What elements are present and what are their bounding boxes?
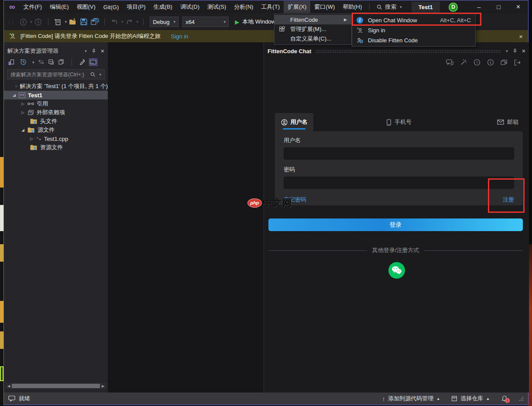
panel-close-icon[interactable]: × (101, 48, 104, 55)
tab-phone[interactable]: 手机号 (386, 113, 412, 131)
menu-tools[interactable]: 工具(T) (257, 1, 284, 13)
switch-views-icon[interactable] (38, 59, 45, 65)
redo-icon[interactable] (125, 16, 134, 27)
solution-node[interactable]: 解决方案 'Test1' (1 个项目, 共 1 个) (4, 82, 108, 91)
chevron-down-icon[interactable]: ▾ (85, 49, 87, 53)
tree-row-external-dependencies[interactable]: ▷ 外部依赖项 (4, 108, 108, 117)
infobar-close-icon[interactable]: × (519, 33, 523, 40)
undo-icon[interactable] (110, 16, 119, 27)
pin-icon[interactable] (91, 48, 96, 54)
tree-row-references[interactable]: ▷ 引用 (4, 99, 108, 108)
toolbar-grip[interactable]: ⋮⋮ (7, 20, 14, 24)
login-button[interactable]: 登录 (268, 218, 523, 231)
collapse-expander-icon[interactable]: ◢ (13, 93, 19, 97)
new-project-icon[interactable] (53, 16, 63, 27)
info-icon[interactable] (487, 59, 494, 66)
menu-view[interactable]: 视图(V) (73, 1, 100, 13)
menu-item-manage-extensions[interactable]: 管理扩展(M)... (275, 24, 351, 34)
chat-icon[interactable] (446, 59, 453, 66)
scrollbar-thumb[interactable] (12, 384, 100, 388)
horizontal-scrollbar[interactable]: ◀ ▶ (6, 383, 106, 389)
close-window-icon[interactable] (501, 59, 508, 66)
solution-platform-dropdown[interactable]: x64 ▾ (182, 17, 229, 27)
account-avatar[interactable]: D (449, 3, 458, 12)
menu-item-disable-fitten-code[interactable]: Disable Fitten Code (352, 35, 475, 45)
menu-item-customize-menu[interactable]: 自定义菜单(C)... (275, 34, 351, 44)
collapse-expander-icon[interactable]: ◢ (21, 128, 27, 132)
expand-expander-icon[interactable]: ▷ (30, 136, 36, 141)
collapse-all-icon[interactable] (48, 59, 55, 65)
select-repository-button[interactable]: 选择仓库 ▲ (451, 395, 490, 403)
chevron-down-icon[interactable]: ▾ (506, 49, 508, 53)
pending-changes-filter-icon[interactable] (18, 59, 28, 65)
panel-close-icon[interactable]: × (522, 48, 525, 55)
menu-help[interactable]: 帮助(H) (339, 1, 366, 13)
save-icon[interactable] (79, 16, 89, 27)
infobar-sign-in-link[interactable]: Sign in (171, 33, 189, 40)
menu-item-open-chat-window[interactable]: i Open Chat Window Alt+C, Alt+C (352, 15, 475, 25)
menu-extensions[interactable]: 扩展(X) (284, 1, 310, 13)
preview-selected-items-icon[interactable] (89, 58, 97, 66)
register-link[interactable]: 注册 (503, 196, 514, 204)
expand-expander-icon[interactable]: ▷ (21, 110, 27, 115)
tab-label: 邮箱 (507, 118, 518, 126)
chat-toolbar: ? (446, 59, 521, 66)
scroll-right-icon[interactable]: ▶ (100, 384, 106, 388)
wechat-login-button[interactable] (388, 262, 405, 279)
menu-test[interactable]: 测试(S) (203, 1, 230, 13)
tree-row-source-file[interactable]: ▷ ⁺₊ Test1.cpp (4, 134, 108, 143)
cpp-file-icon: ⁺₊ (36, 136, 41, 142)
properties-icon[interactable] (79, 59, 86, 65)
menu-item-sign-in[interactable]: Sign in (352, 25, 475, 35)
username-input[interactable] (284, 147, 514, 160)
chevron-down-icon[interactable]: ▾ (121, 20, 124, 24)
tree-row-project[interactable]: ◢ ++ Test1 (4, 91, 108, 99)
solution-explorer-search[interactable]: ▾ (7, 69, 105, 79)
chevron-down-icon[interactable]: ▾ (32, 60, 34, 65)
navigate-forward-icon[interactable] (34, 16, 43, 27)
menu-project[interactable]: 项目(P) (123, 1, 149, 13)
tree-row-resource-files[interactable]: 资源文件 (4, 143, 108, 152)
arrow-up-icon: ↑ (382, 396, 385, 402)
sync-with-active-document-icon[interactable] (7, 59, 15, 66)
menu-edit[interactable]: 编辑(E) (46, 1, 72, 13)
maximize-button[interactable]: □ (489, 0, 508, 14)
solution-search-input[interactable] (10, 72, 88, 78)
chevron-down-icon[interactable]: ▾ (65, 20, 67, 24)
show-all-files-icon[interactable] (58, 59, 65, 65)
add-to-source-control-button[interactable]: ↑ 添加到源代码管理 ▲ (382, 395, 440, 403)
navigate-back-icon[interactable] (18, 16, 28, 27)
tab-email[interactable]: 邮箱 (497, 113, 518, 131)
menu-item-fittencode[interactable]: FittenCode ▶ (275, 15, 351, 24)
magic-wand-icon[interactable] (460, 59, 467, 66)
menu-file[interactable]: 文件(F) (20, 1, 46, 13)
menu-window[interactable]: 窗口(W) (310, 1, 339, 13)
notifications-button[interactable]: 1 (501, 395, 508, 402)
scroll-left-icon[interactable]: ◀ (6, 384, 12, 388)
expand-expander-icon[interactable]: ▷ (21, 102, 27, 106)
close-button[interactable]: × (508, 0, 528, 14)
sign-out-icon[interactable] (514, 59, 521, 66)
chevron-down-icon[interactable]: ▾ (30, 20, 32, 24)
solution-configuration-dropdown[interactable]: Debug ▾ (150, 17, 178, 27)
menu-debug[interactable]: 调试(D) (176, 1, 203, 13)
watermark-text: 中文网 (263, 197, 292, 209)
help-icon[interactable]: ? (474, 59, 481, 66)
minimize-button[interactable]: – (469, 0, 489, 14)
tree-row-source-files[interactable]: ◢ 源文件 (4, 126, 108, 134)
password-input[interactable] (284, 177, 514, 189)
menu-item-label: 自定义菜单(C)... (290, 35, 347, 43)
submenu-arrow-icon: ▶ (344, 17, 347, 22)
save-all-icon[interactable] (90, 16, 100, 27)
menu-analyze[interactable]: 分析(N) (230, 1, 257, 13)
tab-username[interactable]: 用户名 (275, 113, 313, 131)
menu-build[interactable]: 生成(B) (150, 1, 176, 13)
search-box[interactable]: 搜索 ▾ (373, 3, 405, 11)
pin-icon[interactable] (512, 48, 518, 54)
message-icon[interactable] (8, 396, 15, 402)
resize-grip[interactable] (519, 396, 524, 401)
menu-git[interactable]: Git(G) (100, 2, 123, 13)
tree-row-header-files[interactable]: 头文件 (4, 117, 108, 126)
open-file-icon[interactable] (68, 16, 78, 27)
chevron-down-icon[interactable]: ▾ (137, 20, 139, 24)
